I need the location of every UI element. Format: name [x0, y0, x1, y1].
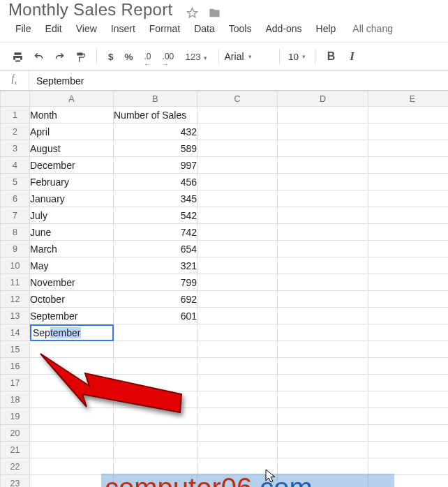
- cell-B17[interactable]: [114, 375, 197, 391]
- row-header-19[interactable]: 19: [1, 408, 30, 425]
- row-header-21[interactable]: 21: [1, 442, 30, 458]
- row-header-3[interactable]: 3: [1, 140, 30, 157]
- cell-A17[interactable]: [30, 375, 114, 391]
- cell-E4[interactable]: [368, 157, 449, 174]
- row-header-8[interactable]: 8: [1, 224, 30, 241]
- row-header-17[interactable]: 17: [1, 375, 30, 391]
- cell-A12[interactable]: October: [30, 291, 114, 308]
- cell-E21[interactable]: [368, 442, 449, 458]
- cell-C18[interactable]: [197, 391, 278, 408]
- cell-D20[interactable]: [278, 425, 368, 442]
- cell-A6[interactable]: January: [30, 190, 114, 207]
- cell-C12[interactable]: [197, 291, 278, 308]
- cell-C15[interactable]: [197, 341, 278, 358]
- cell-B19[interactable]: [114, 408, 197, 425]
- cell-E14[interactable]: [368, 324, 449, 341]
- cell-A8[interactable]: June: [30, 224, 114, 241]
- cell-D16[interactable]: [278, 358, 368, 375]
- cell-D8[interactable]: [278, 224, 368, 241]
- row-header-14[interactable]: 14: [1, 324, 30, 341]
- row-header-16[interactable]: 16: [1, 358, 30, 375]
- cell-A3[interactable]: August: [30, 140, 114, 157]
- format-percent-button[interactable]: %: [119, 52, 139, 62]
- cell-D17[interactable]: [278, 375, 368, 391]
- cell-B11[interactable]: 799: [114, 274, 197, 291]
- formula-input[interactable]: September: [29, 75, 448, 87]
- cell-E5[interactable]: [368, 174, 449, 190]
- cell-E11[interactable]: [368, 274, 449, 291]
- cell-D10[interactable]: [278, 257, 368, 274]
- cell-A7[interactable]: July: [30, 207, 114, 224]
- select-all-corner[interactable]: [1, 91, 30, 107]
- font-family-select[interactable]: Arial▾: [225, 51, 274, 62]
- cell-C3[interactable]: [197, 140, 278, 157]
- cell-A11[interactable]: November: [30, 274, 114, 291]
- cell-D1[interactable]: [278, 107, 368, 123]
- cell-B8[interactable]: 742: [114, 224, 197, 241]
- row-header-12[interactable]: 12: [1, 291, 30, 308]
- cell-C20[interactable]: [197, 425, 278, 442]
- italic-button[interactable]: I: [342, 47, 363, 66]
- column-header-C[interactable]: C: [197, 91, 278, 107]
- increase-decimal-button[interactable]: .00→: [157, 52, 180, 61]
- column-header-A[interactable]: A: [30, 91, 114, 107]
- cell-E1[interactable]: [368, 107, 449, 123]
- cell-D15[interactable]: [278, 341, 368, 358]
- cell-A10[interactable]: May: [30, 257, 114, 274]
- last-edit-status[interactable]: All chang: [343, 21, 396, 36]
- cell-E18[interactable]: [368, 391, 449, 408]
- cell-C2[interactable]: [197, 123, 278, 140]
- paint-format-icon[interactable]: [70, 47, 91, 66]
- cell-E8[interactable]: [368, 224, 449, 241]
- cell-E7[interactable]: [368, 207, 449, 224]
- row-header-15[interactable]: 15: [1, 341, 30, 358]
- editing-cell-A14[interactable]: September: [30, 324, 114, 341]
- cell-D6[interactable]: [278, 190, 368, 207]
- cell-B2[interactable]: 432: [114, 123, 197, 140]
- menu-file[interactable]: File: [8, 21, 38, 36]
- star-icon[interactable]: [186, 7, 198, 19]
- cell-E3[interactable]: [368, 140, 449, 157]
- folder-move-icon[interactable]: [208, 7, 221, 19]
- cell-C17[interactable]: [197, 375, 278, 391]
- cell-B21[interactable]: [114, 442, 197, 458]
- row-header-11[interactable]: 11: [1, 274, 30, 291]
- menu-edit[interactable]: Edit: [38, 21, 69, 36]
- cell-B15[interactable]: [114, 341, 197, 358]
- menu-data[interactable]: Data: [187, 21, 222, 36]
- cell-D4[interactable]: [278, 157, 368, 174]
- cell-A19[interactable]: [30, 408, 114, 425]
- cell-D13[interactable]: [278, 308, 368, 324]
- cell-B1[interactable]: Number of Sales: [114, 107, 197, 123]
- cell-D7[interactable]: [278, 207, 368, 224]
- cell-E2[interactable]: [368, 123, 449, 140]
- row-header-2[interactable]: 2: [1, 123, 30, 140]
- cell-E22[interactable]: [368, 458, 449, 475]
- cell-B18[interactable]: [114, 391, 197, 408]
- cell-D9[interactable]: [278, 241, 368, 257]
- cell-A5[interactable]: February: [30, 174, 114, 190]
- menu-format[interactable]: Format: [142, 21, 187, 36]
- cell-D21[interactable]: [278, 442, 368, 458]
- cell-D2[interactable]: [278, 123, 368, 140]
- cell-B20[interactable]: [114, 425, 197, 442]
- cell-D5[interactable]: [278, 174, 368, 190]
- cell-C16[interactable]: [197, 358, 278, 375]
- cell-C6[interactable]: [197, 190, 278, 207]
- cell-D12[interactable]: [278, 291, 368, 308]
- cell-A16[interactable]: [30, 358, 114, 375]
- row-header-22[interactable]: 22: [1, 458, 30, 475]
- spreadsheet-grid[interactable]: ABCDE1MonthNumber of Sales2April4323Augu…: [0, 91, 448, 487]
- cell-B14[interactable]: [114, 324, 197, 341]
- cell-E13[interactable]: [368, 308, 449, 324]
- cell-A22[interactable]: [30, 458, 114, 475]
- cell-C5[interactable]: [197, 174, 278, 190]
- cell-C4[interactable]: [197, 157, 278, 174]
- cell-C13[interactable]: [197, 308, 278, 324]
- menu-tools[interactable]: Tools: [222, 21, 259, 36]
- cell-B9[interactable]: 654: [114, 241, 197, 257]
- cell-C8[interactable]: [197, 224, 278, 241]
- cell-A21[interactable]: [30, 442, 114, 458]
- row-header-9[interactable]: 9: [1, 241, 30, 257]
- redo-icon[interactable]: [49, 47, 70, 66]
